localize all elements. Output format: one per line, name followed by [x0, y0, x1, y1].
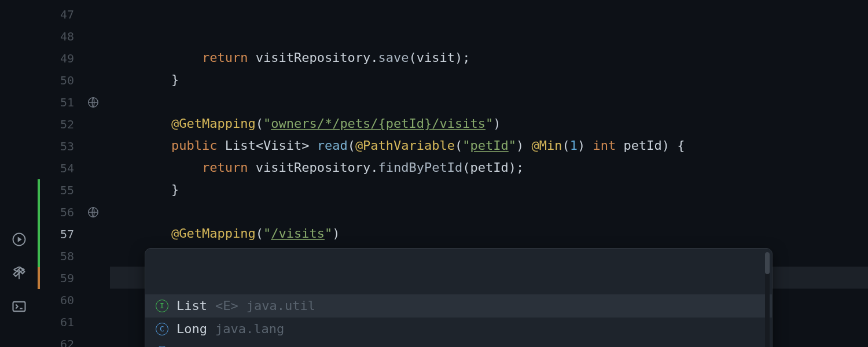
suggestion-generic: <E> — [215, 294, 238, 318]
code-line[interactable]: return visitRepository.save(visit); — [110, 47, 868, 69]
suggestion-name: LinkageError — [176, 341, 269, 347]
code-line[interactable] — [110, 201, 868, 223]
run-icon[interactable] — [11, 231, 27, 248]
line-number[interactable]: 58 — [38, 245, 87, 267]
suggestion-name: List — [176, 294, 207, 318]
hammer-icon[interactable] — [11, 265, 27, 281]
autocomplete-item[interactable]: CLongjava.lang — [145, 318, 772, 341]
code-line[interactable]: public List<Visit> read(@PathVariable("p… — [110, 135, 868, 157]
line-number[interactable]: 61 — [38, 311, 87, 333]
tool-rail — [0, 0, 38, 347]
svg-rect-1 — [13, 302, 25, 311]
popup-scrollbar-thumb[interactable] — [765, 252, 770, 274]
line-number[interactable]: 52 — [38, 113, 87, 135]
line-number[interactable]: 48 — [38, 25, 87, 47]
terminal-icon[interactable] — [11, 298, 27, 315]
line-number-gutter: 47484950515253545556575859606162 — [38, 0, 87, 347]
autocomplete-item[interactable]: ⦿LinkageErrorjava.lang — [145, 341, 772, 347]
line-number[interactable]: 50 — [38, 69, 87, 91]
suggestion-name: Long — [176, 318, 207, 341]
line-number[interactable]: 53 — [38, 135, 87, 157]
code-line[interactable]: } — [110, 179, 868, 201]
line-number[interactable]: 54 — [38, 157, 87, 179]
interface-icon: I — [156, 300, 168, 312]
code-line[interactable]: @GetMapping("owners/*/pets/{petId}/visit… — [110, 113, 868, 135]
popup-scrollbar[interactable] — [765, 252, 770, 347]
line-number[interactable]: 51 — [38, 91, 87, 113]
suggestion-package: java.lang — [277, 341, 345, 347]
web-endpoint-icon[interactable] — [87, 96, 100, 109]
line-number[interactable]: 49 — [38, 47, 87, 69]
code-line[interactable] — [110, 91, 868, 113]
line-number[interactable]: 57 — [38, 223, 87, 245]
line-number[interactable]: 47 — [38, 3, 87, 25]
line-number[interactable]: 55 — [38, 179, 87, 201]
line-number[interactable]: 56 — [38, 201, 87, 223]
line-number[interactable]: 59 — [38, 267, 87, 289]
suggestion-package: java.lang — [215, 318, 284, 341]
line-number[interactable]: 60 — [38, 289, 87, 311]
code-line[interactable]: } — [110, 69, 868, 91]
icon-gutter — [87, 0, 110, 347]
code-line[interactable]: return visitRepository.findByPetId(petId… — [110, 157, 868, 179]
autocomplete-item[interactable]: IList<E>java.util — [145, 294, 772, 318]
class-icon: C — [156, 323, 168, 335]
code-editor[interactable]: return visitRepository.save(visit); } @G… — [110, 0, 868, 347]
autocomplete-popup[interactable]: IList<E>java.utilCLongjava.lang⦿LinkageE… — [145, 248, 773, 347]
line-number[interactable]: 62 — [38, 333, 87, 347]
suggestion-package: java.util — [247, 294, 315, 318]
web-endpoint-icon[interactable] — [87, 206, 100, 219]
code-line[interactable]: @GetMapping("/visits") — [110, 223, 868, 245]
